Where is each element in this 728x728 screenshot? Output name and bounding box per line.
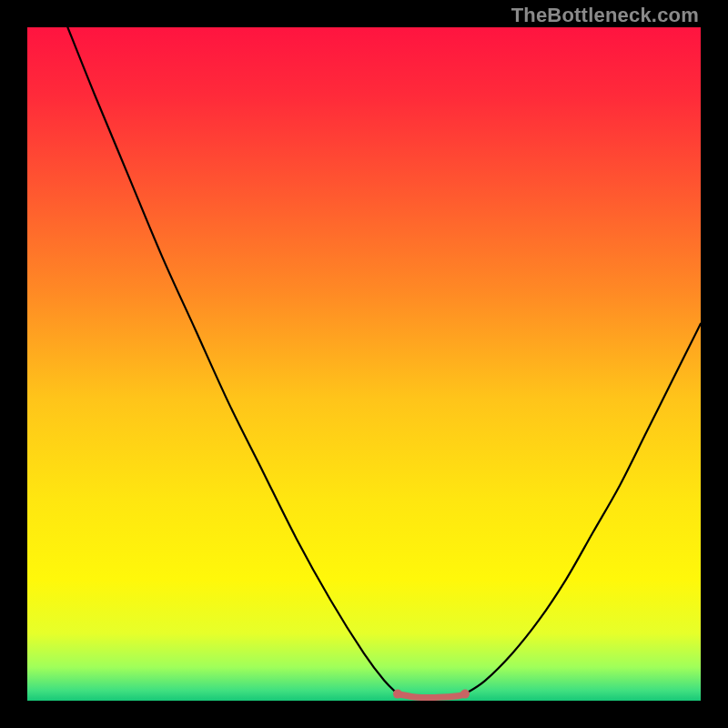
trough-start-dot <box>393 690 402 699</box>
plot-area <box>27 27 701 701</box>
watermark-text: TheBottleneck.com <box>511 4 699 27</box>
curve-layer <box>27 27 701 701</box>
right-branch-curve <box>465 324 701 694</box>
left-branch-curve <box>67 27 398 694</box>
trough-marker <box>398 694 465 698</box>
chart-frame: TheBottleneck.com <box>0 0 728 728</box>
trough-end-dot <box>460 690 470 699</box>
